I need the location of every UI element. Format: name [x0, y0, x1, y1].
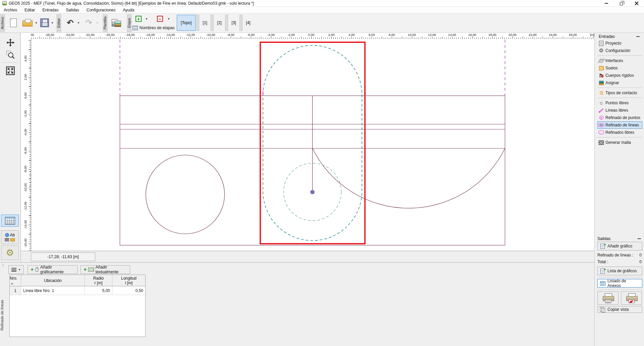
column-header-ubicacion[interactable]: Ubicación [21, 275, 85, 286]
stage-names-button[interactable]: Nombres de etapas [132, 24, 175, 31]
refine-free-icon [598, 130, 604, 135]
minimize-button[interactable] [599, 0, 614, 7]
table-row[interactable]: 1Línea libre Nro. 15,000,50 [10, 286, 145, 295]
stage-tab-3[interactable]: [3] [229, 15, 238, 31]
minus-icon: − [157, 16, 163, 22]
fit-to-view-button[interactable] [3, 65, 17, 76]
annex-list-label: Listado de Anexos [607, 279, 640, 288]
redo-dropdown[interactable]: ▼ [95, 15, 99, 31]
table-view-button[interactable] [1, 215, 19, 227]
stage-tab-4[interactable]: [4] [244, 15, 253, 31]
divider [597, 289, 642, 290]
stage-separator[interactable] [239, 15, 243, 31]
sidebar-item-puntos-libres[interactable]: Puntos libres [597, 99, 642, 107]
add-graphically-button[interactable]: + Añadir gráficamente [28, 265, 78, 274]
add-graphic-icon [599, 243, 606, 249]
menu-salidas[interactable]: Salidas [62, 7, 83, 13]
remove-stage-dropdown[interactable]: ▼ [166, 14, 171, 23]
open-file-button[interactable] [21, 15, 34, 31]
sidebar-item-generar-malla[interactable]: Generar malla [597, 139, 642, 146]
add-stage-dropdown[interactable]: ▼ [144, 14, 149, 23]
save-dropdown[interactable]: ▼ [50, 15, 54, 31]
print-view-button[interactable] [621, 291, 642, 305]
drawing-settings-icon: Ab [4, 233, 16, 242]
new-file-button[interactable] [7, 15, 19, 31]
sidebar-item-interfaces[interactable]: Interfaces [597, 57, 642, 64]
stage-tab-topo[interactable]: [Topo] [177, 15, 196, 31]
sidebar-item-proyecto[interactable]: Proyecto [597, 40, 642, 47]
copy-view-button[interactable]: Copiar vista [597, 306, 642, 313]
stage-separator[interactable] [211, 15, 214, 31]
ruler-top: -28,00-26,00-24,00-22,00-20,00-18,00-16,… [31, 33, 594, 39]
list-of-graphics-button[interactable]: Lista de gráficos [597, 267, 642, 275]
visualization-settings-button[interactable]: ⚙ [1, 245, 19, 260]
menu-entradas[interactable]: Entradas [39, 7, 62, 13]
add-textually-button[interactable]: + Añadir textualmente [80, 265, 130, 274]
redo-button[interactable]: ↷ [83, 15, 95, 31]
graphics-list-icon [599, 268, 606, 274]
sidebar-item-refinado-de-puntos[interactable]: Refinado de puntos [597, 114, 642, 121]
menu-editar[interactable]: Editar [21, 7, 39, 13]
drawing-canvas[interactable]: 1 [31, 39, 594, 251]
column-header-nro[interactable]: Nro. [10, 275, 21, 286]
mesh-icon [598, 140, 604, 146]
count-label: Total : [597, 260, 608, 264]
stage-tab-2[interactable]: [2] [215, 15, 224, 31]
pan-tool-button[interactable] [3, 37, 17, 48]
ruler-left-label: -4,00 [23, 126, 28, 139]
add-stage-button[interactable]: + [134, 14, 143, 23]
undo-dropdown[interactable]: ▼ [76, 15, 80, 31]
ruler-top-label: -6,00 [244, 33, 258, 37]
divider [597, 86, 642, 89]
panel-splitter-handle[interactable]: ⁞ [2, 265, 5, 270]
open-file-dropdown[interactable]: ▼ [34, 15, 38, 31]
ruler-top-label: -2,00 [284, 33, 299, 37]
sidebar-item-suelos[interactable]: Suelos [597, 64, 642, 72]
collapse-panel-button[interactable] [636, 36, 640, 37]
count-value: 0 [639, 253, 642, 257]
column-header-longitud[interactable]: Longitudl [m] [112, 275, 145, 286]
close-button[interactable] [629, 0, 644, 7]
entradas-items: ProyectoConfiguraciónInterfacesSuelosCue… [597, 40, 642, 146]
sidebar-item-cuerpos-rigidos[interactable]: Cuerpos rígidos [597, 72, 642, 79]
canvas-area: -28,00-26,00-24,00-22,00-20,00-18,00-16,… [21, 33, 594, 262]
sidebar-item-lineas-libres[interactable]: Líneas libres [597, 107, 642, 114]
ruler-top-label: -14,00 [163, 33, 178, 37]
stage-separator[interactable] [225, 15, 228, 31]
sidebar-item-refinado-de-lineas[interactable]: Refinado de líneas [597, 121, 642, 129]
stage-separator[interactable] [196, 15, 199, 31]
sidebar-item-label: Cuerpos rígidos [605, 73, 634, 78]
sidebar-item-asignar[interactable]: Asignar [597, 79, 642, 86]
count-label: Refinado de líneas : [597, 253, 633, 257]
group-label-plantilla: Plantilla [103, 14, 108, 32]
remove-stage-button[interactable]: − [156, 14, 164, 23]
annex-list-button[interactable]: Listado de Anexos [597, 279, 642, 288]
sidebar-item-label: Proyecto [605, 41, 621, 46]
add-graphic-button[interactable]: Añadir gráfico [597, 242, 642, 250]
refinements-table: Nro. Ubicación Radior [m] Longitudl [m] … [9, 275, 146, 337]
save-button[interactable] [39, 15, 50, 31]
print-document-button[interactable] [597, 291, 619, 305]
collapse-panel-button[interactable] [638, 238, 641, 239]
undo-button[interactable]: ↶ [64, 15, 76, 31]
stage-tab-1[interactable]: [1] [201, 15, 209, 31]
template-pictures-button[interactable] [109, 15, 124, 31]
ruler-top-label: -26,00 [42, 33, 57, 37]
menu-archivo[interactable]: Archivo [0, 7, 21, 13]
menu-configuraciones[interactable]: Configuraciones [83, 7, 119, 13]
sidebar-item-refinados-libres[interactable]: Refinados libres [597, 129, 642, 136]
column-header-radio[interactable]: Radior [m] [85, 275, 112, 286]
menu-ayuda[interactable]: Ayuda [119, 7, 138, 13]
grid-icon [5, 217, 15, 225]
sidebar-item-tipos-de-contacto[interactable]: Tipos de contacto [597, 89, 642, 97]
zoom-tool-button[interactable] [3, 49, 17, 60]
sidebar-item-configuracion[interactable]: Configuración [597, 47, 642, 54]
ruler-top-label: -18,00 [123, 33, 138, 37]
output-count-row: Refinado de líneas :0 [597, 252, 642, 258]
plus-icon: + [31, 267, 34, 273]
right-panel: Entradas ProyectoConfiguraciónInterfaces… [594, 33, 644, 346]
refine-point-icon [598, 115, 604, 121]
drawing-settings-button[interactable]: Ab [1, 230, 19, 244]
restore-button[interactable] [614, 0, 629, 7]
list-menu-button[interactable]: ▼ [8, 265, 24, 274]
